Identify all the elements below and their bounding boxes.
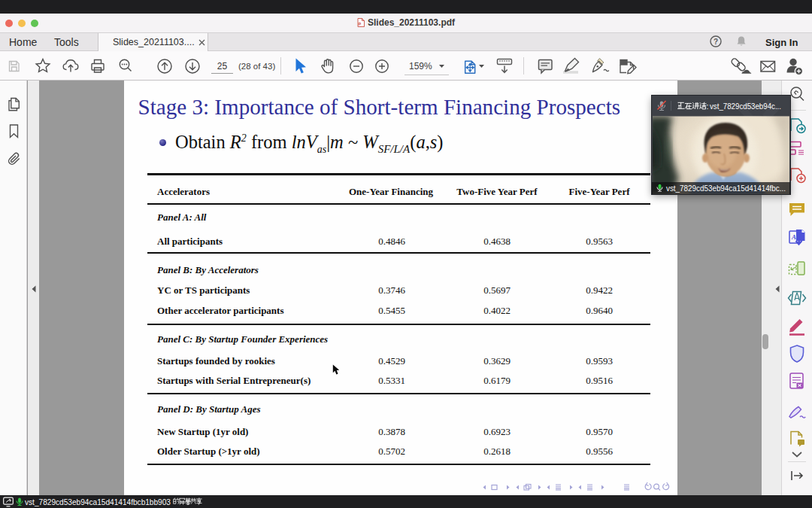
svg-text:vst_7829cd53eb94ca15d41414fbc.: vst_7829cd53eb94ca15d41414fbc... xyxy=(666,184,786,193)
svg-text:vst_7829cd53eb94ca15d41414fbcb: vst_7829cd53eb94ca15d41414fbcb1bb903 xyxy=(25,497,171,506)
svg-text:vst_7829cd53eb94c...: vst_7829cd53eb94c... xyxy=(710,102,781,111)
svg-text:A: A xyxy=(791,233,796,241)
svg-text::: : xyxy=(707,102,709,111)
svg-text:?: ? xyxy=(714,37,718,45)
svg-text:P: P xyxy=(358,22,361,26)
